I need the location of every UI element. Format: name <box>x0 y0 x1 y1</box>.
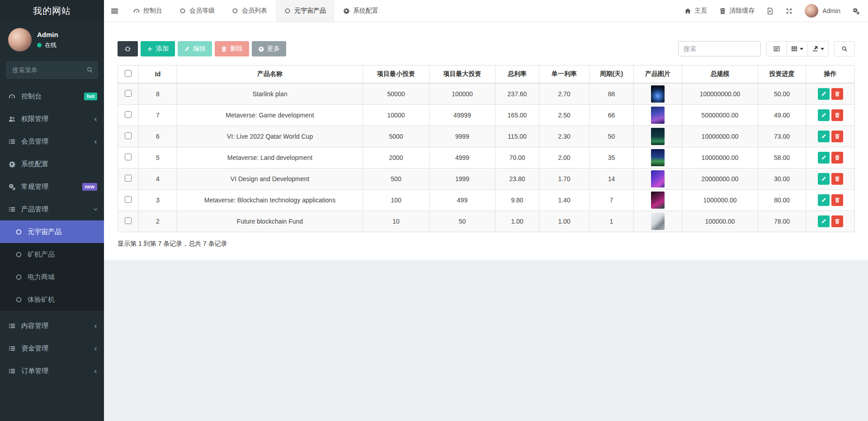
row-checkbox[interactable] <box>125 154 132 160</box>
columns-button[interactable] <box>787 41 808 56</box>
select-all-checkbox[interactable] <box>125 70 132 77</box>
sidebar-item-label: 控制台 <box>21 92 42 101</box>
row-edit-button[interactable] <box>818 173 830 185</box>
sidebar-item-product[interactable]: 产品管理‹ <box>0 198 104 220</box>
submenu-item-miner-product[interactable]: 矿机产品 <box>0 243 104 266</box>
home-link[interactable]: 主页 <box>684 7 707 15</box>
pencil-icon <box>821 219 826 224</box>
tab-system-config[interactable]: 系统配置 <box>335 0 387 22</box>
trash-icon <box>835 91 840 97</box>
tab-member-list[interactable]: 会员列表 <box>223 0 276 22</box>
submenu-item-metaverse-product[interactable]: 元宇宙产品 <box>0 220 104 243</box>
settings-gears-icon[interactable] <box>853 8 859 14</box>
products-table: Id产品名称项目最小投资项目最大投资总利率单一利率周期(天)产品图片总规模投资进… <box>118 65 855 232</box>
row-delete-button[interactable] <box>831 88 843 100</box>
list-icon <box>8 323 16 329</box>
home-label: 主页 <box>694 7 707 15</box>
sidebar-item-label: 常规管理 <box>21 182 48 191</box>
row-checkbox[interactable] <box>125 175 132 182</box>
sidebar-search <box>6 61 98 79</box>
delete-label: 删除 <box>230 45 243 53</box>
search-icon <box>86 66 93 73</box>
circle-icon <box>15 274 23 281</box>
cell-single-rate: 2.30 <box>539 126 590 147</box>
edit-label: 编辑 <box>193 45 206 53</box>
circleo-icon <box>232 8 238 14</box>
sidebar-search-input[interactable] <box>6 61 98 79</box>
row-edit-button[interactable] <box>818 109 830 121</box>
row-edit-button[interactable] <box>818 194 830 206</box>
add-label: 添加 <box>156 45 169 53</box>
row-delete-button[interactable] <box>831 173 843 185</box>
content-panel: 添加 编辑 删除 更多 <box>104 22 868 260</box>
search-button[interactable] <box>834 41 855 56</box>
row-delete-button[interactable] <box>831 152 843 164</box>
row-delete-button[interactable] <box>831 215 843 227</box>
submenu-item-power-mall[interactable]: 电力商城 <box>0 266 104 288</box>
language-icon[interactable] <box>767 8 774 14</box>
row-checkbox[interactable] <box>125 217 132 224</box>
user-menu[interactable]: Admin <box>805 4 840 18</box>
more-label: 更多 <box>267 45 280 53</box>
sidebar-toggle[interactable] <box>104 0 125 22</box>
product-image-land <box>651 149 665 166</box>
row-checkbox[interactable] <box>125 132 132 139</box>
edit-button[interactable]: 编辑 <box>178 41 212 56</box>
submenu-item-trial-miner[interactable]: 体验矿机 <box>0 288 104 311</box>
chevron-left-icon: ‹ <box>94 344 97 353</box>
cell-max-invest: 1999 <box>429 168 495 189</box>
add-button[interactable]: 添加 <box>141 41 175 56</box>
row-checkbox[interactable] <box>125 111 132 118</box>
more-button[interactable]: 更多 <box>252 41 286 56</box>
sidebar-menu: 控制台hot权限管理‹会员管理‹系统配置常规管理new产品管理‹元宇宙产品矿机产… <box>0 85 104 421</box>
user-status: 在线 <box>37 41 58 49</box>
row-edit-button[interactable] <box>818 131 830 142</box>
sidebar-item-order[interactable]: 订单管理‹ <box>0 360 104 382</box>
cell-cycle: 7 <box>590 189 634 210</box>
detail-view-button[interactable] <box>766 41 787 56</box>
row-edit-button[interactable] <box>818 88 830 100</box>
column-header: Id <box>139 65 177 84</box>
tab-console[interactable]: 控制台 <box>125 0 171 22</box>
cell-actions <box>806 83 855 104</box>
cell-max-invest: 49999 <box>429 104 495 126</box>
cell-total-rate: 165.00 <box>495 104 539 126</box>
row-delete-button[interactable] <box>831 109 843 121</box>
refresh-button[interactable] <box>118 41 138 56</box>
sidebar-item-general[interactable]: 常规管理new <box>0 175 104 198</box>
tab-metaverse-product[interactable]: 元宇宙产品 <box>276 0 335 22</box>
table-search-input[interactable] <box>678 41 761 56</box>
user-panel: Admin 在线 <box>0 22 104 56</box>
avatar <box>805 4 818 18</box>
cell-product-image <box>634 147 682 168</box>
tab-member-level[interactable]: 会员等级 <box>171 0 223 22</box>
row-checkbox[interactable] <box>125 90 132 97</box>
cell-id: 7 <box>139 104 177 126</box>
sidebar-item-console[interactable]: 控制台hot <box>0 85 104 108</box>
column-header: 操作 <box>806 65 855 84</box>
sidebar-item-member[interactable]: 会员管理‹ <box>0 130 104 153</box>
trash-icon <box>835 134 840 139</box>
delete-button[interactable]: 删除 <box>215 41 249 56</box>
export-button[interactable] <box>808 41 829 56</box>
product-image-jet <box>651 213 665 230</box>
product-image-stadium <box>651 128 665 145</box>
row-checkbox[interactable] <box>125 196 132 203</box>
gauge-icon <box>8 93 16 100</box>
row-edit-button[interactable] <box>818 215 830 227</box>
sidebar-item-fund[interactable]: 资金管理‹ <box>0 337 104 360</box>
row-delete-button[interactable] <box>831 194 843 206</box>
sidebar-item-system[interactable]: 系统配置 <box>0 153 104 175</box>
row-delete-button[interactable] <box>831 131 843 142</box>
cell-total-scale: 100000000.00 <box>682 83 758 104</box>
cell-progress: 73.00 <box>758 126 806 147</box>
sidebar-item-label: 权限管理 <box>21 115 48 123</box>
clear-cache-link[interactable]: 清除缓存 <box>719 7 755 15</box>
row-edit-button[interactable] <box>818 152 830 164</box>
sidebar-item-content[interactable]: 内容管理‹ <box>0 314 104 337</box>
sidebar-item-auth[interactable]: 权限管理‹ <box>0 108 104 130</box>
chevron-left-icon: ‹ <box>94 137 97 146</box>
badge-new: new <box>82 183 97 191</box>
pencil-icon <box>821 176 826 182</box>
fullscreen-icon[interactable] <box>786 8 793 14</box>
